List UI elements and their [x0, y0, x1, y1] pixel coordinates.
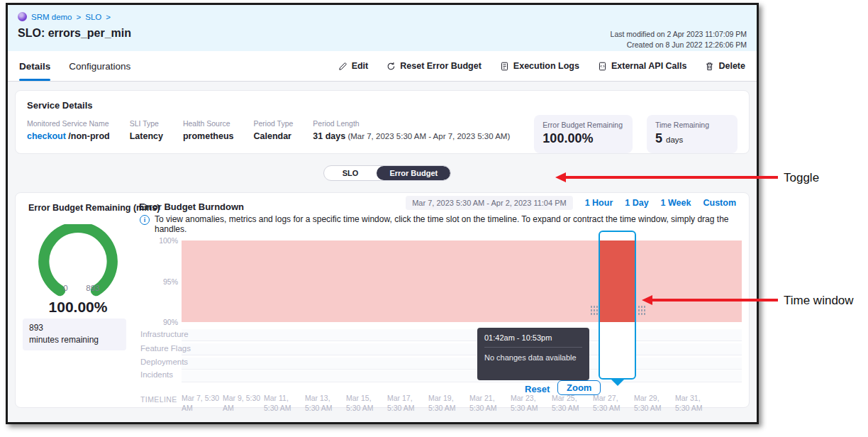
- execution-logs-button[interactable]: Execution Logs: [500, 61, 579, 71]
- timeline-tick[interactable]: Mar 13, 5:30 AM: [305, 393, 345, 413]
- annotation-toggle: Toggle: [784, 171, 819, 185]
- field-sli-type: SLI Type Latency: [130, 119, 163, 141]
- timeline-tick[interactable]: Mar 21, 5:30 AM: [469, 393, 510, 413]
- field-value: 31 days: [313, 131, 345, 141]
- stat-boxes: Error Budget Remaining 100.00% Time Rema…: [534, 115, 738, 153]
- drag-handle-right[interactable]: [638, 305, 645, 316]
- document-icon: [500, 62, 509, 71]
- external-api-calls-label: External API Calls: [611, 61, 687, 71]
- info-icon: i: [140, 215, 150, 225]
- row-label-feature-flags: Feature Flags: [140, 344, 191, 353]
- breadcrumb-separator: >: [77, 13, 82, 21]
- feature-flags-lane: [182, 343, 742, 355]
- stat-unit: days: [666, 135, 683, 144]
- field-value: Calendar: [253, 131, 293, 141]
- gauge-max-label: 893: [86, 284, 99, 292]
- error-budget-remaining-stat: Error Budget Remaining 100.00%: [534, 115, 633, 153]
- field-health-source: Health Source prometheus: [183, 119, 234, 141]
- range-1-day[interactable]: 1 Day: [625, 198, 648, 208]
- selection-pointer-icon: [611, 380, 624, 386]
- time-window-selection[interactable]: [599, 231, 636, 380]
- time-window-arrow-line: [652, 299, 778, 302]
- field-label: Period Type: [253, 119, 293, 128]
- edit-button[interactable]: Edit: [338, 61, 369, 71]
- field-value: Latency: [130, 131, 163, 141]
- screenshot-stage: SRM demo > SLO > SLO: errors_per_min Las…: [0, 0, 868, 437]
- timeline-tick[interactable]: Mar 27, 5:30 AM: [593, 393, 633, 413]
- selected-window-highlight: [600, 240, 635, 322]
- pencil-icon: [338, 62, 347, 71]
- timeline-tick[interactable]: Mar 25, 5:30 AM: [552, 393, 592, 413]
- tooltip-body: No changes data available: [484, 348, 582, 362]
- field-period-length: Period Length 31 days (Mar 7, 2023 5:30 …: [313, 119, 510, 141]
- drag-handle-left[interactable]: [590, 305, 598, 316]
- toggle-arrow-line: [565, 176, 778, 179]
- annotation-time-window: Time window: [784, 294, 854, 308]
- incidents-lane: [182, 370, 742, 382]
- stat-label: Error Budget Remaining: [542, 121, 623, 129]
- breadcrumb-separator: >: [106, 13, 111, 21]
- breadcrumb-slo[interactable]: SLO: [85, 13, 101, 21]
- row-label-deployments: Deployments: [140, 358, 188, 366]
- date-range-pill[interactable]: Mar 7, 2023 5:30 AM - Apr 2, 2023 11:04 …: [406, 196, 572, 210]
- field-monitored-service: Monitored Service Name checkout /non-pro…: [27, 119, 110, 141]
- stat-label: Time Remaining: [655, 121, 728, 129]
- tab-details[interactable]: Details: [19, 51, 50, 81]
- timeline-tick[interactable]: Mar 29, 5:30 AM: [634, 393, 674, 413]
- timeline-tick[interactable]: Mar 15, 5:30 AM: [346, 393, 386, 413]
- external-api-calls-button[interactable]: External API Calls: [598, 61, 687, 71]
- error-budget-card: Error Budget Remaining (mins) 0 893 100.…: [15, 192, 750, 408]
- field-label: Monitored Service Name: [27, 119, 110, 128]
- delete-button-label: Delete: [718, 61, 745, 71]
- stat-value: 100.00%: [542, 131, 623, 146]
- time-remaining-stat: Time Remaining 5 days: [647, 115, 738, 153]
- timeline-tick[interactable]: Mar 9, 5:30 AM: [223, 393, 263, 413]
- changes-tooltip: 01:42am - 10:53pm No changes data availa…: [477, 328, 589, 380]
- environment-label: /non-prod: [66, 131, 110, 141]
- timeline-tick[interactable]: Mar 31, 5:30 AM: [675, 393, 716, 413]
- range-1-week[interactable]: 1 Week: [661, 198, 691, 208]
- timestamps: Last modified on 2 Apr 2023 11:07:09 PM …: [611, 29, 747, 50]
- stat-value: 5: [655, 131, 662, 145]
- error-budget-gauge: 0 893: [27, 224, 129, 305]
- range-custom[interactable]: Custom: [703, 198, 736, 208]
- tab-configurations[interactable]: Configurations: [69, 51, 130, 81]
- burndown-title: Error Budget Burndown: [139, 201, 244, 212]
- error-budget-area[interactable]: [182, 240, 742, 322]
- range-1-hour[interactable]: 1 Hour: [585, 198, 613, 208]
- reset-error-budget-button[interactable]: Reset Error Budget: [386, 61, 482, 71]
- service-details-title: Service Details: [27, 100, 738, 111]
- timeline-tick[interactable]: Mar 23, 5:30 AM: [511, 393, 551, 413]
- minutes-remaining-label: minutes remaining: [29, 334, 120, 346]
- tabs: Details Configurations: [19, 51, 130, 81]
- delete-button[interactable]: Delete: [705, 61, 745, 71]
- field-label: Period Length: [313, 119, 510, 128]
- timeline-tick[interactable]: Mar 17, 5:30 AM: [387, 393, 428, 413]
- deployments-lane: [182, 358, 742, 370]
- infrastructure-lane: [182, 329, 742, 341]
- execution-logs-label: Execution Logs: [513, 61, 579, 71]
- page-body: Service Details Monitored Service Name c…: [8, 82, 757, 422]
- timeline-tick[interactable]: Mar 19, 5:30 AM: [428, 393, 469, 413]
- field-label: Health Source: [183, 119, 234, 128]
- app-window: SRM demo > SLO > SLO: errors_per_min Las…: [6, 3, 759, 424]
- minutes-remaining-box: 893 minutes remaining: [23, 319, 126, 350]
- breadcrumb-project[interactable]: SRM demo: [31, 13, 72, 21]
- timeline-tick[interactable]: Mar 7, 5:30 AM: [182, 393, 222, 413]
- time-range-controls: Mar 7, 2023 5:30 AM - Apr 2, 2023 11:04 …: [406, 196, 736, 210]
- monitored-service-link[interactable]: checkout: [27, 131, 66, 141]
- burndown-chart: 100% 95% 90% Infrastructure Feature Flag…: [139, 230, 743, 407]
- timeline-tick[interactable]: Mar 11, 5:30 AM: [264, 393, 304, 413]
- toolbar: Edit Reset Error Budget Execution Logs E…: [338, 61, 745, 71]
- y-tick-95: 95%: [139, 277, 178, 286]
- document-code-icon: [598, 62, 607, 71]
- created-text: Created on 8 Jun 2022 12:26:06 PM: [611, 40, 747, 50]
- toggle-option-error-budget[interactable]: Error Budget: [377, 166, 450, 180]
- timeline-label: TIMELINE: [140, 395, 177, 404]
- reset-icon: [386, 62, 396, 71]
- y-tick-100: 100%: [139, 236, 178, 245]
- gauge-percent: 100.00%: [16, 299, 140, 316]
- trash-icon: [705, 62, 714, 71]
- minutes-remaining-value: 893: [29, 322, 120, 334]
- toggle-option-slo[interactable]: SLO: [324, 166, 377, 180]
